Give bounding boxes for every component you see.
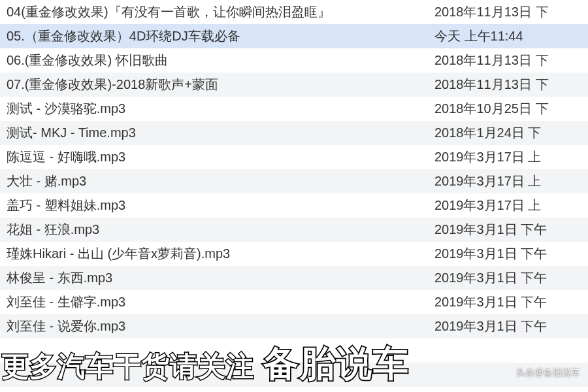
file-row[interactable]: 大壮 - 赌.mp32019年3月17日 上 bbox=[0, 169, 588, 193]
file-row[interactable]: 06.(重金修改效果) 怀旧歌曲2018年11月13日 下 bbox=[0, 48, 588, 73]
file-name: 测试- MKJ - Time.mp3 bbox=[0, 124, 434, 142]
file-list: 04(重金修改效果)『有没有一首歌，让你瞬间热泪盈眶』2018年11月13日 下… bbox=[0, 0, 588, 387]
file-row[interactable]: 刘至佳 - 生僻字.mp32019年3月1日 下午 bbox=[0, 290, 588, 314]
file-row[interactable]: 盖巧 - 塑料姐妹.mp32019年3月17日 上 bbox=[0, 193, 588, 218]
file-row[interactable]: 刘至佳 - 说爱你.mp32019年3月1日 下午 bbox=[0, 314, 588, 338]
file-name: 05.（重金修改效果）4D环绕DJ车载必备 bbox=[0, 27, 434, 45]
file-date: 2019年3月1日 下午 bbox=[434, 221, 588, 238]
file-date: 2018年11月13日 下 bbox=[434, 3, 588, 21]
file-date: 2018年11月13日 下 bbox=[434, 52, 588, 69]
file-row[interactable]: 05.（重金修改效果）4D环绕DJ车载必备今天 上午11:44 bbox=[0, 24, 588, 48]
file-row[interactable]: 04(重金修改效果)『有没有一首歌，让你瞬间热泪盈眶』2018年11月13日 下 bbox=[0, 0, 588, 24]
file-row[interactable]: 瑾姝Hikari - 出山 (少年音x萝莉音).mp32019年3月1日 下午 bbox=[0, 242, 588, 266]
file-name: 大壮 - 赌.mp3 bbox=[0, 172, 434, 190]
file-date: 2018年11月13日 下 bbox=[434, 76, 588, 93]
file-date: 2019年3月17日 上 bbox=[434, 197, 588, 214]
file-name: 花姐 - 狂浪.mp3 bbox=[0, 221, 434, 238]
file-name: 瑾姝Hikari - 出山 (少年音x萝莉音).mp3 bbox=[0, 245, 434, 263]
file-name: 07.(重金修改效果)-2018新歌声+蒙面 bbox=[0, 76, 434, 93]
file-name: 陈逗逗 - 好嗨哦.mp3 bbox=[0, 148, 434, 166]
file-date: 2019年3月1日 下午 bbox=[434, 269, 588, 287]
file-name: 06.(重金修改效果) 怀旧歌曲 bbox=[0, 52, 434, 69]
file-name: 测试 - 沙漠骆驼.mp3 bbox=[0, 100, 434, 118]
file-row[interactable]: 林俊呈 - 东西.mp32019年3月1日 下午 bbox=[0, 266, 588, 290]
file-row[interactable] bbox=[0, 338, 588, 363]
file-date: 2018年1月24日 下 bbox=[434, 124, 588, 142]
file-date: 2019年3月1日 下午 bbox=[434, 293, 588, 311]
file-name: 盖巧 - 塑料姐妹.mp3 bbox=[0, 197, 434, 214]
file-name: 林俊呈 - 东西.mp3 bbox=[0, 269, 434, 287]
file-name: 04(重金修改效果)『有没有一首歌，让你瞬间热泪盈眶』 bbox=[0, 3, 434, 21]
file-row[interactable]: 07.(重金修改效果)-2018新歌声+蒙面2018年11月13日 下 bbox=[0, 73, 588, 97]
file-date: 2018年10月25日 下 bbox=[434, 100, 588, 118]
file-date: 今天 上午11:44 bbox=[434, 27, 588, 45]
file-row[interactable]: 陈逗逗 - 好嗨哦.mp32019年3月17日 上 bbox=[0, 145, 588, 169]
file-date: 2019年3月17日 上 bbox=[434, 148, 588, 166]
file-row[interactable] bbox=[0, 363, 588, 387]
file-row[interactable]: 花姐 - 狂浪.mp32019年3月1日 下午 bbox=[0, 218, 588, 242]
file-row[interactable]: 测试- MKJ - Time.mp32018年1月24日 下 bbox=[0, 121, 588, 145]
file-date: 2019年3月17日 上 bbox=[434, 172, 588, 190]
file-name: 刘至佳 - 生僻字.mp3 bbox=[0, 293, 434, 311]
file-date: 2019年3月1日 下午 bbox=[434, 245, 588, 263]
file-name: 刘至佳 - 说爱你.mp3 bbox=[0, 318, 434, 335]
file-date: 2019年3月1日 下午 bbox=[434, 318, 588, 335]
file-row[interactable]: 测试 - 沙漠骆驼.mp32018年10月25日 下 bbox=[0, 97, 588, 121]
